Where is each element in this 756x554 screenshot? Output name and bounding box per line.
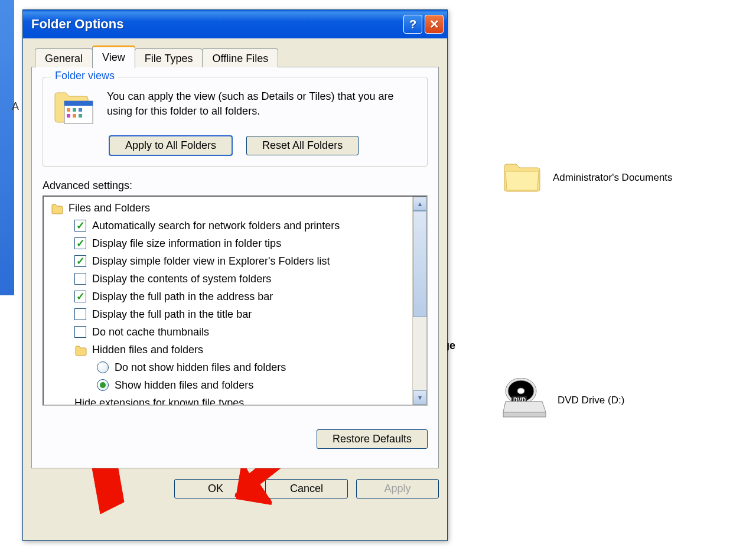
tree-item-label: Display the full path in the address bar bbox=[92, 288, 273, 305]
partial-label: A bbox=[12, 100, 19, 113]
tab-general[interactable]: General bbox=[35, 48, 93, 67]
svg-rect-6 bbox=[64, 101, 93, 106]
checkbox-icon[interactable] bbox=[74, 273, 86, 285]
scroll-up-button[interactable]: ▴ bbox=[413, 197, 426, 211]
dvd-drive-item[interactable]: DVD DVD Drive (D:) bbox=[501, 378, 624, 422]
tree-radio-item[interactable]: Do not show hidden files and folders bbox=[46, 359, 410, 376]
svg-rect-10 bbox=[67, 114, 70, 118]
titlebar[interactable]: Folder Options ? ✕ bbox=[23, 10, 447, 38]
advanced-settings-tree[interactable]: Files and Folders Automatically search f… bbox=[43, 195, 428, 406]
tree-item[interactable]: Display file size information in folder … bbox=[46, 234, 410, 252]
tab-file-types[interactable]: File Types bbox=[135, 48, 203, 67]
tree-item[interactable]: Display the contents of system folders bbox=[46, 270, 410, 288]
admin-documents-label: Administrator's Documents bbox=[553, 172, 673, 184]
tab-view[interactable]: View bbox=[92, 45, 135, 68]
tab-offline-files[interactable]: Offline Files bbox=[202, 48, 278, 67]
folder-views-title: Folder views bbox=[51, 70, 118, 82]
tree-item[interactable]: Automatically search for network folders… bbox=[46, 217, 410, 234]
ok-button[interactable]: OK bbox=[174, 479, 257, 498]
apply-button[interactable]: Apply bbox=[356, 479, 439, 498]
tree-item-label: Display file size information in folder … bbox=[92, 234, 281, 252]
radio-icon[interactable] bbox=[97, 379, 109, 391]
checkbox-icon[interactable] bbox=[74, 291, 86, 302]
reset-all-folders-button[interactable]: Reset All Folders bbox=[246, 136, 359, 155]
restore-defaults-button[interactable]: Restore Defaults bbox=[317, 429, 428, 449]
tree-group-label: Files and Folders bbox=[69, 199, 150, 217]
tree-group-label: Hidden files and folders bbox=[92, 341, 203, 359]
scroll-down-button[interactable]: ▾ bbox=[413, 390, 426, 405]
tree-item[interactable]: Display the full path in the title bar bbox=[46, 305, 410, 323]
tree-item-label: Display the contents of system folders bbox=[92, 270, 271, 288]
folder-options-dialog: Folder Options ? ✕ General View File Typ… bbox=[22, 9, 448, 541]
tree-item-label: Do not show hidden files and folders bbox=[115, 359, 286, 376]
dvd-drive-label: DVD Drive (D:) bbox=[558, 395, 624, 406]
tree-radio-item[interactable]: Show hidden files and folders bbox=[46, 376, 410, 394]
svg-rect-9 bbox=[79, 108, 82, 112]
tree-item-label: Do not cache thumbnails bbox=[92, 323, 209, 341]
help-button[interactable]: ? bbox=[403, 15, 422, 34]
checkbox-icon[interactable] bbox=[74, 220, 86, 232]
admin-documents-item[interactable]: Administrator's Documents bbox=[502, 159, 673, 195]
folder-icon bbox=[74, 344, 87, 356]
dialog-button-row: OK Cancel Apply bbox=[23, 474, 447, 506]
svg-rect-8 bbox=[73, 108, 76, 112]
close-button[interactable]: ✕ bbox=[425, 15, 444, 34]
tree-item-label: Display the full path in the title bar bbox=[92, 305, 252, 323]
scroll-thumb[interactable] bbox=[413, 211, 426, 317]
advanced-settings-label: Advanced settings: bbox=[43, 180, 428, 192]
svg-point-2 bbox=[517, 388, 524, 394]
dialog-title: Folder Options bbox=[31, 17, 401, 32]
checkbox-icon[interactable] bbox=[74, 255, 86, 267]
tree-group-files-and-folders: Files and Folders bbox=[46, 199, 410, 217]
scroll-track[interactable] bbox=[413, 211, 426, 390]
tree-group-hidden-files: Hidden files and folders bbox=[46, 341, 410, 359]
folder-views-icon bbox=[53, 88, 97, 130]
tree-item-label: Hide extensions for known file types bbox=[74, 394, 244, 405]
window-left-strip bbox=[0, 0, 14, 295]
checkbox-icon[interactable] bbox=[74, 308, 86, 320]
tree-item[interactable]: Hide extensions for known file types bbox=[46, 394, 410, 405]
svg-rect-11 bbox=[73, 114, 76, 118]
dvd-drive-icon: DVD bbox=[501, 378, 547, 422]
tree-item-label: Display simple folder view in Explorer's… bbox=[92, 252, 330, 270]
apply-to-all-folders-button[interactable]: Apply to All Folders bbox=[109, 136, 232, 155]
folder-views-group: Folder views bbox=[43, 77, 428, 167]
folder-views-description: You can apply the view (such as Details … bbox=[107, 88, 418, 130]
tabstrip: General View File Types Offline Files bbox=[31, 45, 439, 67]
tree-item-label: Show hidden files and folders bbox=[115, 376, 253, 394]
svg-rect-12 bbox=[79, 114, 82, 118]
tab-panel-view: Folder views bbox=[31, 67, 439, 468]
tree-item-label: Automatically search for network folders… bbox=[92, 217, 340, 234]
scrollbar[interactable]: ▴ ▾ bbox=[412, 197, 426, 405]
tree-item[interactable]: Display simple folder view in Explorer's… bbox=[46, 252, 410, 270]
tree-item[interactable]: Display the full path in the address bar bbox=[46, 288, 410, 305]
folder-icon bbox=[502, 159, 542, 195]
checkbox-icon[interactable] bbox=[74, 237, 86, 249]
folder-icon bbox=[51, 202, 64, 214]
radio-icon[interactable] bbox=[97, 361, 109, 373]
svg-rect-7 bbox=[67, 108, 70, 112]
tree-item[interactable]: Do not cache thumbnails bbox=[46, 323, 410, 341]
cancel-button[interactable]: Cancel bbox=[265, 479, 348, 498]
checkbox-icon[interactable] bbox=[74, 326, 86, 338]
